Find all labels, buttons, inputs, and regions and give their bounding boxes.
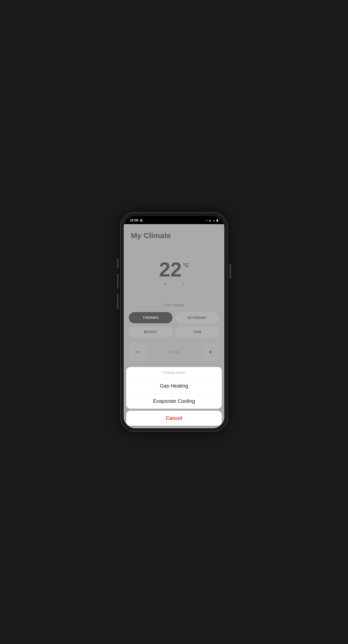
current-mode-label: Gas Heating [164, 303, 184, 307]
status-bar: 12:06 ◎ • ▲ ▲ ▮ [124, 216, 224, 224]
temperature-unit: °C [183, 262, 189, 269]
thermostat-area: 22 °C ∿ ↑ Gas Heating [124, 240, 224, 310]
temp-icons-row: ∿ ↑ [163, 281, 185, 286]
temp-plus-button[interactable]: + [201, 343, 219, 361]
volume-up-button[interactable] [117, 258, 118, 269]
power-button[interactable] [230, 264, 231, 279]
temp-center-label: Temp. [167, 349, 181, 355]
battery-icon: ▮ [216, 219, 218, 222]
cancel-button[interactable]: Cancel [126, 411, 222, 426]
signal2-icon: ▲ [212, 219, 215, 222]
temperature-value: 22 [159, 259, 182, 280]
app-content: My Climate 22 °C ∿ ↑ Gas Heating [124, 224, 224, 428]
temp-control-row: − Temp. + [124, 340, 224, 364]
notch [159, 218, 189, 220]
phone-screen: 12:06 ◎ • ▲ ▲ ▮ My Climate 22 [124, 216, 224, 428]
volume-down-button[interactable] [117, 274, 118, 289]
mode-buttons-grid: THERMO ECONOMY BOOST FAN [124, 312, 224, 338]
dot-icon: • [206, 219, 207, 222]
arrow-up-icon: ↑ [182, 281, 185, 286]
gas-heating-option[interactable]: Gas Heating [126, 378, 222, 394]
sheet-title: Change Mode [126, 367, 222, 378]
wifi-icon: ∿ [163, 281, 167, 286]
status-left: 12:06 ◎ [130, 218, 143, 222]
fan-button[interactable]: FAN [176, 326, 219, 338]
thermostat-circle: 22 °C ∿ ↑ [146, 245, 202, 301]
economy-button[interactable]: ECONOMY [176, 312, 219, 323]
silent-button[interactable] [117, 294, 118, 309]
temp-minus-button[interactable]: − [129, 343, 147, 361]
app-title: My Climate [131, 231, 217, 240]
bottom-sheet-wrapper: Change Mode Gas Heating Evaporate Coolin… [124, 367, 224, 428]
evaporate-cooling-option[interactable]: Evaporate Cooling [126, 394, 222, 409]
change-mode-sheet: Change Mode Gas Heating Evaporate Coolin… [126, 367, 222, 409]
phone-device: 12:06 ◎ • ▲ ▲ ▮ My Climate 22 [121, 213, 227, 431]
signal-icon: ▲ [208, 219, 211, 222]
status-right: • ▲ ▲ ▮ [206, 219, 218, 222]
location-icon: ◎ [140, 218, 143, 222]
temperature-display: 22 °C [159, 259, 189, 280]
app-header: My Climate [124, 224, 224, 240]
boost-button[interactable]: BOOST [129, 326, 172, 338]
thermo-button[interactable]: THERMO [129, 312, 172, 323]
time-display: 12:06 [130, 218, 138, 222]
